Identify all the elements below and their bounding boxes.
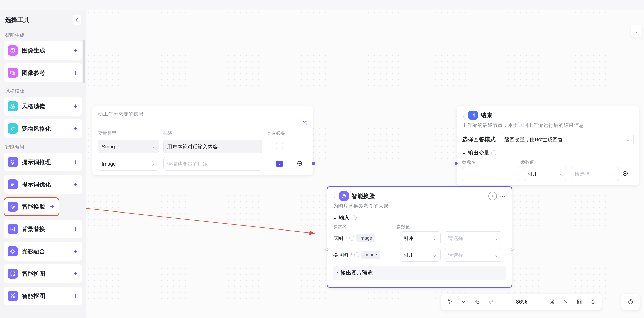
- canvas-toolbar: 86%: [441, 294, 602, 310]
- sidebar-item-face-swap[interactable]: 智能换脸 +: [4, 197, 59, 216]
- chevron-down-icon[interactable]: ⌄: [333, 215, 337, 220]
- node-input-handle[interactable]: [325, 248, 328, 251]
- info-icon[interactable]: i: [491, 150, 496, 155]
- plus-icon[interactable]: +: [72, 69, 78, 77]
- light-icon: [8, 246, 18, 256]
- remove-row-button[interactable]: [622, 171, 633, 177]
- auto-arrange-button[interactable]: [588, 297, 598, 307]
- zoom-in-button[interactable]: [533, 297, 543, 307]
- bg-icon: [8, 224, 18, 234]
- param-label: 底图: [333, 235, 343, 242]
- section-title: 输出图片预览: [341, 269, 373, 276]
- plus-icon[interactable]: +: [72, 102, 78, 110]
- sidebar-item-image-gen[interactable]: 图像生成 +: [4, 41, 82, 60]
- output-name-input[interactable]: [462, 167, 520, 181]
- help-button[interactable]: [625, 297, 636, 307]
- node-desc: 工作流的最终节点，用于返回工作流运行后的结果信息: [462, 122, 634, 129]
- sidebar-item-smart-cutout[interactable]: 智能抠图 +: [4, 287, 82, 305]
- var-type-select[interactable]: String⌄: [98, 140, 159, 153]
- node-more-button[interactable]: ⋯: [500, 193, 506, 199]
- fit-view-button[interactable]: [547, 297, 557, 307]
- info-icon[interactable]: i: [352, 215, 357, 220]
- cursor-icon: [447, 299, 453, 305]
- sidebar-scrollbar[interactable]: [83, 40, 85, 83]
- required-checkbox[interactable]: [276, 143, 283, 149]
- end-node[interactable]: ⌄ 结束 工作流的最终节点，用于返回工作流运行后的结果信息 选择回答模式 返回变…: [457, 106, 639, 185]
- svg-point-9: [13, 127, 14, 128]
- svg-point-18: [11, 296, 12, 298]
- start-node[interactable]: 动工作流需要的信息 变量类型 描述 是否必要 String⌄ 用户本轮对话输入内…: [92, 106, 313, 175]
- sidebar-item-image-ref[interactable]: 图像参考 +: [4, 63, 82, 82]
- sidebar-item-prompt-infer[interactable]: 提示词推理 +: [4, 153, 82, 171]
- plus-icon[interactable]: +: [49, 203, 55, 211]
- list-icon: [8, 179, 18, 189]
- minus-circle-icon: [297, 161, 302, 166]
- undo-button[interactable]: [472, 297, 482, 307]
- plus-icon[interactable]: +: [72, 158, 78, 166]
- remove-row-button[interactable]: [297, 161, 307, 167]
- sidebar-item-bg-replace[interactable]: 背景替换 +: [4, 220, 82, 238]
- image-ref-icon: [8, 68, 18, 78]
- node-output-handle[interactable]: [511, 248, 514, 251]
- chevron-right-icon[interactable]: ›: [337, 270, 339, 276]
- var-type-select[interactable]: Image⌄: [98, 157, 159, 171]
- sidebar-title: 选择工具: [5, 16, 29, 24]
- plus-icon[interactable]: +: [72, 125, 78, 133]
- plus-icon[interactable]: +: [72, 247, 78, 255]
- zoom-level[interactable]: 86%: [513, 298, 530, 305]
- sidebar-item-prompt-opt[interactable]: 提示词优化 +: [4, 175, 82, 194]
- redo-button[interactable]: [486, 297, 496, 307]
- var-desc-input[interactable]: 请描述变量的用途: [163, 157, 262, 171]
- chevron-down-icon[interactable]: ⌄: [462, 150, 466, 156]
- tool-label: 图像参考: [22, 69, 72, 77]
- value-select[interactable]: 请选择⌄: [571, 167, 619, 181]
- face-swap-node[interactable]: ⌄ 智能换脸 ⋯ 为图片替换参考图的人脸 ⌄输入i 参数名 参数值 底图*iIm…: [327, 186, 512, 288]
- sidebar-item-pet-style[interactable]: 宠物风格化 +: [4, 119, 82, 138]
- grid-icon: [577, 299, 582, 305]
- value-select[interactable]: 请选择⌄: [444, 248, 502, 262]
- plus-icon[interactable]: +: [72, 180, 78, 188]
- plus-icon[interactable]: +: [72, 292, 78, 300]
- sidebar-item-light-blend[interactable]: 光影融合 +: [4, 242, 82, 261]
- zoom-out-button[interactable]: [500, 297, 510, 307]
- group-label: 风格模板: [3, 86, 83, 97]
- close-icon: [563, 299, 568, 305]
- ref-mode-select[interactable]: 引用⌄: [524, 167, 567, 181]
- layout-button[interactable]: [574, 297, 584, 307]
- col-required: 是否必要: [267, 130, 292, 136]
- svg-point-1: [11, 49, 12, 50]
- chevron-down-icon[interactable]: ⌄: [333, 194, 336, 199]
- cutout-icon: [8, 291, 18, 301]
- sidebar-item-smart-expand[interactable]: 智能扩图 +: [4, 264, 82, 283]
- plus-icon[interactable]: +: [72, 270, 78, 278]
- node-desc: 为图片替换参考图的人脸: [333, 203, 506, 209]
- required-checkbox[interactable]: ✓: [276, 161, 283, 167]
- svg-point-19: [13, 296, 15, 298]
- info-icon[interactable]: i: [354, 252, 359, 257]
- fit-icon: [549, 299, 555, 305]
- ref-mode-select[interactable]: 引用⌄: [400, 231, 441, 245]
- node-input-handle[interactable]: [455, 162, 458, 165]
- cursor-tool-button[interactable]: [445, 297, 455, 307]
- var-desc-input[interactable]: 用户本轮对话输入内容: [163, 140, 262, 153]
- info-icon[interactable]: i: [349, 236, 354, 241]
- answer-mode-select[interactable]: 返回变量，由Bot生成回答⌄: [501, 133, 634, 146]
- sidebar-item-style-filter[interactable]: 风格滤镜 +: [4, 97, 82, 116]
- plus-icon[interactable]: +: [72, 225, 78, 233]
- ref-mode-select[interactable]: 引用⌄: [400, 248, 441, 262]
- sidebar-collapse-button[interactable]: [73, 15, 81, 25]
- canvas-filter-button[interactable]: [631, 25, 642, 37]
- close-minimap-button[interactable]: [561, 297, 571, 307]
- chevron-down-icon[interactable]: ⌄: [462, 113, 465, 118]
- tool-label: 智能抠图: [22, 292, 72, 300]
- run-node-button[interactable]: [488, 192, 497, 200]
- value-select[interactable]: 请选择⌄: [444, 231, 502, 245]
- node-output-handle[interactable]: [312, 162, 315, 165]
- plus-icon[interactable]: +: [72, 46, 78, 55]
- svg-point-8: [11, 127, 12, 128]
- svg-rect-34: [551, 301, 553, 303]
- tool-label: 智能扩图: [22, 270, 72, 278]
- import-icon[interactable]: [302, 120, 307, 128]
- cursor-dropdown[interactable]: [459, 297, 469, 307]
- svg-rect-16: [11, 227, 15, 231]
